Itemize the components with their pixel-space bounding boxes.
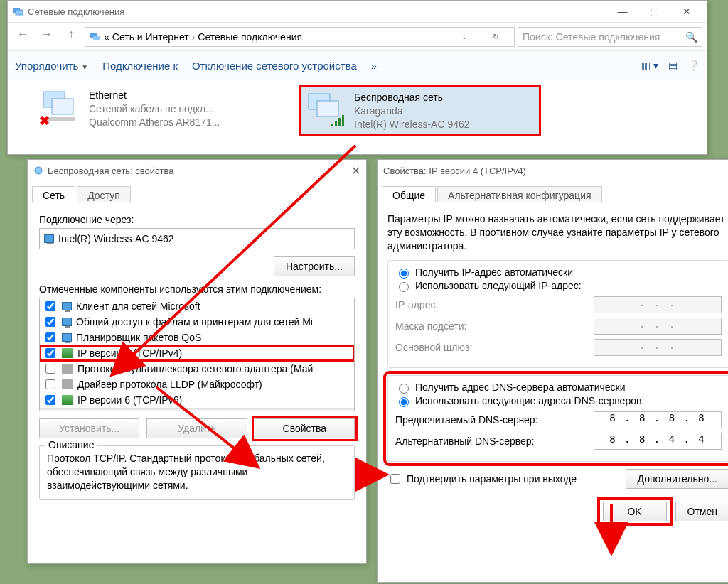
dns2-label: Альтернативный DNS-сервер:	[395, 436, 594, 447]
component-item[interactable]: IP версии 6 (TCP/IPv6)	[40, 392, 354, 408]
adapter-name-text: Intel(R) Wireless-AC 9462	[58, 233, 174, 244]
radio-dns-manual[interactable]: Использовать следующие адреса DNS-сервер…	[395, 395, 722, 407]
component-checkbox[interactable]	[46, 395, 55, 405]
dialog-title: Беспроводная сеть: свойства	[48, 166, 174, 176]
addr-refresh[interactable]: ↻	[481, 33, 510, 40]
nav-forward[interactable]: →	[36, 27, 58, 47]
horizontal-scrollbar[interactable]	[40, 408, 354, 411]
maximize-button[interactable]: ▢	[638, 1, 670, 21]
gateway-label: Основной шлюз:	[395, 342, 594, 353]
svg-rect-8	[317, 101, 338, 117]
adapter-icon	[44, 234, 54, 243]
tab-network[interactable]: Сеть	[32, 186, 75, 202]
view-layout-icon[interactable]: ▥ ▾	[641, 60, 658, 71]
wireless-icon	[304, 90, 350, 129]
adapter-ethernet[interactable]: ✖ Ethernet Сетевой кабель не подкл... Qu…	[36, 85, 278, 136]
remove-button[interactable]: Удалить	[146, 418, 247, 438]
component-label: Клиент для сетей Microsoft	[76, 301, 200, 312]
component-item[interactable]: Общий доступ к файлам и принтерам для се…	[40, 314, 354, 330]
close-button[interactable]: ✕	[670, 1, 702, 21]
ipv4-properties-dialog: Свойства: IP версии 4 (TCP/IPv4) Общие А…	[377, 159, 728, 583]
subnet-mask-input: . . .	[594, 318, 722, 335]
ok-button[interactable]: OK	[603, 502, 667, 521]
description-text: Протокол TCP/IP. Стандартный протокол гл…	[47, 452, 347, 492]
component-label: Драйвер протокола LLDP (Майкрософт)	[77, 379, 262, 390]
app-icon	[12, 6, 23, 17]
component-checkbox[interactable]	[46, 301, 55, 311]
validate-checkbox[interactable]	[390, 474, 400, 484]
protocol-icon	[62, 364, 73, 374]
dialog-titlebar: Свойства: IP версии 4 (TCP/IPv4)	[378, 160, 728, 181]
ip-group: Получить IP-адрес автоматически Использо…	[387, 260, 728, 368]
components-list[interactable]: Клиент для сетей MicrosoftОбщий доступ к…	[39, 298, 355, 411]
component-checkbox[interactable]	[46, 348, 55, 358]
adapter-list: ✖ Ethernet Сетевой кабель не подкл... Qu…	[8, 80, 707, 141]
adapter-status: Сетевой кабель не подкл...	[89, 102, 275, 116]
monitor-icon	[62, 318, 72, 326]
component-item[interactable]: Планировщик пакетов QoS	[40, 330, 354, 345]
component-checkbox[interactable]	[46, 317, 55, 327]
nav-bar: ← → ↑ « Сеть и Интернет › Сетевые подклю…	[8, 22, 707, 50]
svg-rect-3	[93, 36, 100, 40]
connect-to-button[interactable]: Подключение к	[102, 60, 178, 72]
more-commands[interactable]: »	[371, 60, 377, 72]
view-details-icon[interactable]: ▤	[668, 60, 678, 71]
properties-button[interactable]: Свойства	[255, 418, 355, 438]
breadcrumb-sep: ›	[192, 31, 196, 43]
component-label: IP версии 6 (TCP/IPv6)	[77, 394, 182, 406]
titlebar: Сетевые подключения — ▢ ✕	[8, 1, 707, 22]
dns-group: Получить адрес DNS-сервера автоматически…	[387, 375, 728, 462]
svg-point-9	[35, 167, 42, 174]
component-checkbox[interactable]	[46, 332, 55, 342]
dns1-label: Предпочитаемый DNS-сервер:	[395, 414, 594, 426]
radio-ip-auto[interactable]: Получить IP-адрес автоматически	[395, 266, 722, 279]
search-box[interactable]: Поиск: Сетевые подключения 🔍	[518, 27, 702, 47]
dns1-input[interactable]: 8 . 8 . 8 . 8	[594, 411, 722, 428]
connect-via-label: Подключение через:	[39, 214, 355, 225]
adapter-wireless[interactable]: Беспроводная сеть Karaganda Intel(R) Wir…	[299, 85, 541, 136]
wireless-small-icon	[33, 166, 43, 175]
command-bar: Упорядочить▼ Подключение к Отключение се…	[8, 50, 707, 80]
component-item[interactable]: Протокол мультиплексора сетевого адаптер…	[40, 361, 354, 377]
tabstrip: Сеть Доступ	[28, 181, 366, 202]
component-item[interactable]: Клиент для сетей Microsoft	[40, 298, 354, 314]
configure-button[interactable]: Настроить...	[274, 256, 355, 276]
nav-up[interactable]: ↑	[60, 27, 82, 47]
gateway-input: . . .	[594, 339, 722, 356]
ethernet-icon: ✖	[39, 87, 85, 127]
component-checkbox[interactable]	[46, 364, 55, 374]
close-icon[interactable]: ✕	[351, 164, 360, 178]
install-button[interactable]: Установить...	[39, 418, 139, 438]
subnet-mask-label: Маска подсети:	[395, 320, 594, 332]
breadcrumb-item[interactable]: Сетевые подключения	[198, 31, 302, 43]
help-icon[interactable]: ❔	[687, 60, 700, 71]
nav-back[interactable]: ←	[12, 27, 33, 47]
ipv4-description: Параметры IP можно назначать автоматичес…	[387, 212, 728, 253]
organize-menu[interactable]: Упорядочить▼	[15, 60, 88, 72]
breadcrumb-prefix: «	[104, 31, 109, 43]
advanced-button[interactable]: Дополнительно...	[626, 469, 728, 489]
component-item[interactable]: Драйвер протокола LLDP (Майкрософт)	[40, 377, 354, 392]
adapter-device: Intel(R) Wireless-AC 9462	[354, 118, 536, 131]
addr-dropdown[interactable]: ⌄	[450, 33, 478, 40]
tab-general[interactable]: Общие	[382, 186, 436, 202]
component-label: Общий доступ к файлам и принтерам для се…	[76, 316, 313, 328]
disable-device-button[interactable]: Отключение сетевого устройства	[192, 60, 357, 72]
adapter-status: Karaganda	[354, 104, 536, 118]
radio-dns-auto[interactable]: Получить адрес DNS-сервера автоматически	[395, 382, 722, 394]
tab-alternate[interactable]: Альтернативная конфигурация	[437, 186, 601, 202]
breadcrumb-item[interactable]: Сеть и Интернет	[112, 31, 189, 43]
address-bar[interactable]: « Сеть и Интернет › Сетевые подключения …	[85, 27, 515, 47]
search-icon: 🔍	[685, 31, 697, 43]
cancel-button[interactable]: Отмен	[675, 502, 728, 521]
component-checkbox[interactable]	[46, 379, 55, 389]
minimize-button[interactable]: —	[606, 1, 638, 21]
dns2-input[interactable]: 8 . 8 . 4 . 4	[594, 433, 722, 450]
component-item[interactable]: IP версии 4 (TCP/IPv4)	[40, 345, 354, 361]
protocol-icon	[62, 395, 73, 405]
ip-address-input: . . .	[594, 296, 722, 313]
adapter-box: Intel(R) Wireless-AC 9462	[39, 228, 355, 249]
tab-access[interactable]: Доступ	[77, 186, 131, 202]
dialog-title: Свойства: IP версии 4 (TCP/IPv4)	[383, 166, 526, 176]
radio-ip-manual[interactable]: Использовать следующий IP-адрес:	[395, 280, 722, 292]
